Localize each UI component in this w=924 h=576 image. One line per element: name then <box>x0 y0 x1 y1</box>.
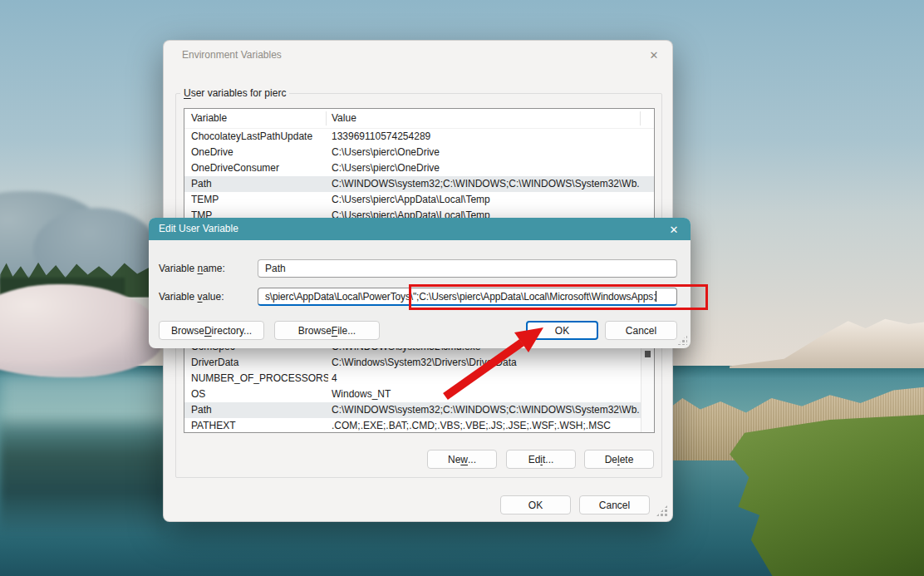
column-divider[interactable] <box>640 111 641 126</box>
table-row[interactable]: OSWindows_NT <box>184 386 654 402</box>
delete-button[interactable]: Delete <box>584 450 654 469</box>
highlight-rectangle <box>409 284 708 310</box>
edit-user-variable-dialog: Edit User Variable ✕ Variable name: Path… <box>149 218 691 348</box>
variable-value-cell: Windows_NT <box>332 386 640 402</box>
variable-name-cell: PATHEXT <box>191 418 328 433</box>
variable-name-cell: DriverData <box>191 355 328 371</box>
cancel-button[interactable]: Cancel <box>579 495 650 514</box>
variable-value-label: Variable value: <box>159 288 224 306</box>
scrollbar-thumb[interactable] <box>645 351 651 357</box>
column-header-value[interactable]: Value <box>332 112 356 124</box>
close-icon[interactable]: ✕ <box>666 221 682 238</box>
variable-value-cell: C:\Users\pierc\OneDrive <box>332 145 640 160</box>
variable-value-cell: C:\Users\pierc\OneDrive <box>332 160 640 176</box>
variable-name-cell: NUMBER_OF_PROCESSORS <box>191 371 328 386</box>
variable-name-cell: TEMP <box>191 192 328 208</box>
edit-button[interactable]: Edit... <box>506 450 576 469</box>
variable-value-cell: 133969110574254289 <box>332 129 640 145</box>
table-row[interactable]: PATHEXT.COM;.EXE;.BAT;.CMD;.VBS;.VBE;.JS… <box>184 418 654 433</box>
user-variables-table: Variable Value ChocolateyLastPathUpdate1… <box>184 108 655 229</box>
dialog-titlebar: Edit User Variable ✕ <box>149 218 691 240</box>
table-row[interactable]: TEMPC:\Users\pierc\AppData\Local\Temp <box>184 192 654 208</box>
variable-value-cell: 4 <box>332 371 640 386</box>
variable-name-cell: OneDrive <box>191 145 328 160</box>
table-header: Variable Value <box>184 109 654 129</box>
variable-name-cell: Path <box>191 176 328 192</box>
table-row[interactable]: ChocolateyLastPathUpdate1339691105742542… <box>184 129 654 145</box>
variable-name-cell: OneDriveConsumer <box>191 160 328 176</box>
variable-name-label: Variable name: <box>159 259 225 278</box>
resize-grip[interactable] <box>656 505 668 517</box>
variable-value-cell: .COM;.EXE;.BAT;.CMD;.VBS;.VBE;.JS;.JSE;.… <box>332 418 640 433</box>
browse-directory-button[interactable]: Browse Directory... <box>159 321 264 340</box>
variable-value-cell: C:\Windows\System32\Drivers\DriverData <box>332 355 640 371</box>
variable-name-input[interactable]: Path <box>258 259 677 278</box>
dialog-title: Edit User Variable <box>159 223 238 234</box>
wallpaper-reflection <box>0 414 166 534</box>
browse-file-button[interactable]: Browse File... <box>274 321 380 340</box>
table-row[interactable]: OneDriveConsumerC:\Users\pierc\OneDrive <box>184 160 654 176</box>
variable-value-cell: C:\WINDOWS\system32;C:\WINDOWS;C:\WINDOW… <box>332 402 640 418</box>
new-button[interactable]: New... <box>427 450 497 469</box>
ok-button[interactable]: OK <box>500 495 571 514</box>
cancel-button[interactable]: Cancel <box>605 321 677 340</box>
table-row[interactable]: DriverDataC:\Windows\System32\Drivers\Dr… <box>184 355 654 371</box>
user-variables-group-label: User variables for pierc <box>180 87 289 99</box>
table-row[interactable]: NUMBER_OF_PROCESSORS4 <box>184 371 654 386</box>
variable-name-cell: Path <box>191 402 328 418</box>
variable-name-cell: ChocolateyLastPathUpdate <box>191 129 328 145</box>
dialog-title: Environment Variables <box>182 49 282 61</box>
resize-grip[interactable] <box>677 335 687 345</box>
variable-value-cell: C:\Users\pierc\AppData\Local\Temp <box>332 192 640 208</box>
desktop: Environment Variables ✕ User variables f… <box>0 0 924 576</box>
variable-value-cell: C:\WINDOWS\system32;C:\WINDOWS;C:\WINDOW… <box>332 176 640 192</box>
close-icon[interactable]: ✕ <box>646 47 662 63</box>
table-row[interactable]: PathC:\WINDOWS\system32;C:\WINDOWS;C:\WI… <box>184 402 654 418</box>
table-row[interactable]: PathC:\WINDOWS\system32;C:\WINDOWS;C:\WI… <box>184 176 654 192</box>
ok-button[interactable]: OK <box>526 321 598 340</box>
table-row[interactable]: OneDriveC:\Users\pierc\OneDrive <box>184 145 654 160</box>
column-divider[interactable] <box>326 111 327 126</box>
variable-name-cell: OS <box>191 386 328 402</box>
column-header-variable[interactable]: Variable <box>191 112 227 124</box>
